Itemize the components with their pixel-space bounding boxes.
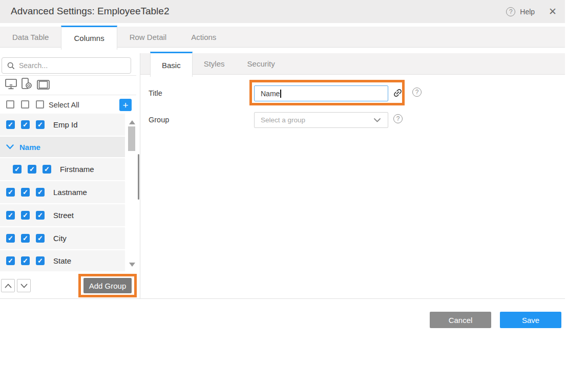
divider	[0, 75, 136, 76]
search-input[interactable]	[19, 61, 131, 70]
checkbox-checked[interactable]: ✓	[6, 234, 15, 243]
group-label: Name	[19, 143, 40, 152]
tab-actions[interactable]: Actions	[179, 27, 228, 48]
dialog-header: Advanced Settings: EmployeeTable2 ? Help…	[0, 0, 565, 23]
tab-basic[interactable]: Basic	[150, 52, 193, 77]
tab-styles[interactable]: Styles	[193, 53, 236, 75]
cancel-button[interactable]: Cancel	[430, 312, 491, 328]
group-field-label: Group	[149, 116, 169, 124]
tab-security[interactable]: Security	[236, 53, 286, 75]
divider	[0, 95, 136, 95]
main-tabstrip: Data Table Columns Row Detail Actions	[0, 27, 565, 48]
checkbox-checked[interactable]: ✓	[36, 211, 45, 220]
checkbox-checked[interactable]: ✓	[6, 211, 15, 220]
title-input-value: Name	[261, 90, 280, 98]
column-row-city[interactable]: ✓ ✓ ✓ City	[0, 227, 125, 249]
column-row-emp-id[interactable]: ✓ ✓ ✓ Emp Id	[0, 114, 125, 136]
column-label: Emp Id	[53, 120, 78, 129]
panel-divider	[140, 53, 140, 298]
link-icon[interactable]	[392, 88, 403, 98]
text-caret	[280, 90, 281, 98]
column-row-firstname[interactable]: ✓ ✓ ✓ Firstname	[0, 158, 125, 180]
column-label: Lastname	[53, 188, 87, 197]
search-icon	[7, 62, 15, 70]
tab-row-detail[interactable]: Row Detail	[117, 27, 179, 48]
select-all-label: Select All	[49, 101, 79, 109]
group-help-icon[interactable]: ?	[393, 114, 403, 123]
panel-scrollbar-thumb[interactable]	[138, 154, 139, 200]
column-row-state[interactable]: ✓ ✓ ✓ State	[0, 250, 125, 271]
group-select-placeholder: Select a group	[261, 116, 374, 124]
checkbox-checked[interactable]: ✓	[28, 165, 36, 174]
chevron-down-icon	[20, 284, 28, 288]
column-row-street[interactable]: ✓ ✓ ✓ Street	[0, 204, 125, 226]
checkbox-checked[interactable]: ✓	[21, 256, 30, 265]
select-all-desktop-checkbox[interactable]	[6, 100, 14, 109]
help-link[interactable]: Help	[520, 8, 535, 16]
move-down-button[interactable]	[17, 279, 31, 292]
footer-divider	[0, 298, 565, 299]
dialog-title: Advanced Settings: EmployeeTable2	[11, 6, 169, 17]
column-row-lastname[interactable]: ✓ ✓ ✓ Lastname	[0, 181, 125, 203]
move-up-button[interactable]	[1, 279, 15, 292]
list-scrollbar-thumb[interactable]	[128, 126, 135, 151]
title-help-icon[interactable]: ?	[412, 88, 422, 97]
select-all-mobile-checkbox[interactable]	[21, 100, 29, 109]
column-label: Firstname	[60, 165, 94, 174]
close-icon[interactable]: ✕	[549, 7, 557, 16]
save-button[interactable]: Save	[500, 312, 561, 328]
chevron-up-icon	[5, 284, 12, 288]
checkbox-checked[interactable]: ✓	[13, 165, 22, 174]
title-field-label: Title	[149, 89, 162, 97]
add-column-button[interactable]: +	[119, 99, 132, 111]
tablet-icon	[37, 80, 50, 90]
add-group-button[interactable]: Add Group	[83, 278, 132, 293]
chevron-down-icon	[6, 144, 14, 149]
checkbox-checked[interactable]: ✓	[21, 234, 30, 243]
column-group-name[interactable]: Name	[0, 137, 125, 157]
tab-columns[interactable]: Columns	[61, 26, 117, 50]
column-list: ✓ ✓ ✓ Emp Id Name ✓ ✓ ✓ Firstname ✓ ✓ ✓ …	[0, 114, 125, 271]
mobile-icon	[22, 78, 32, 90]
checkbox-checked[interactable]: ✓	[6, 256, 15, 265]
chevron-down-icon	[374, 118, 381, 122]
column-label: State	[53, 256, 71, 265]
desktop-icon	[5, 79, 17, 90]
checkbox-checked[interactable]: ✓	[6, 188, 15, 197]
help-icon[interactable]: ?	[506, 7, 515, 16]
scroll-up-icon[interactable]	[129, 120, 135, 124]
column-label: Street	[53, 211, 74, 220]
group-select[interactable]: Select a group	[254, 112, 388, 128]
checkbox-checked[interactable]: ✓	[6, 120, 15, 129]
select-all-row: Select All +	[0, 97, 136, 114]
checkbox-checked[interactable]: ✓	[36, 234, 45, 243]
column-search	[2, 57, 131, 74]
checkbox-checked[interactable]: ✓	[43, 165, 51, 174]
checkbox-checked[interactable]: ✓	[21, 188, 30, 197]
checkbox-checked[interactable]: ✓	[36, 188, 45, 197]
checkbox-checked[interactable]: ✓	[36, 256, 45, 265]
column-label: City	[53, 234, 67, 243]
tab-data-table[interactable]: Data Table	[0, 27, 61, 48]
checkbox-checked[interactable]: ✓	[36, 120, 45, 129]
device-filter-icons	[5, 78, 50, 90]
title-input[interactable]: Name	[254, 85, 388, 101]
checkbox-checked[interactable]: ✓	[21, 120, 30, 129]
checkbox-checked[interactable]: ✓	[21, 211, 30, 220]
select-all-tablet-checkbox[interactable]	[36, 100, 44, 109]
scroll-down-icon[interactable]	[129, 263, 135, 267]
advanced-settings-dialog: Advanced Settings: EmployeeTable2 ? Help…	[0, 0, 565, 338]
detail-tabstrip: Basic Styles Security	[140, 53, 565, 75]
